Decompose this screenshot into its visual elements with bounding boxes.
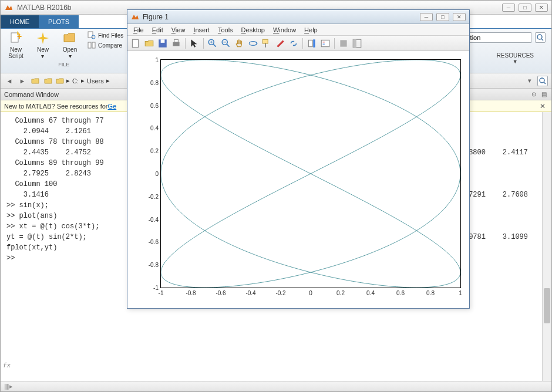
path-drive[interactable]: C: [72,77,79,85]
menu-desktop[interactable]: Desktop [238,25,268,35]
new-doc-icon [130,38,141,49]
open-folder-icon [63,31,77,45]
hint-link[interactable]: Ge [107,103,116,110]
folder-icon [44,77,52,85]
hint-text: New to MATLAB? See resources for [4,103,107,110]
menu-edit[interactable]: Edit [149,25,167,35]
menu-help[interactable]: Help [301,25,321,35]
svg-rect-10 [132,39,138,48]
vertical-scrollbar[interactable] [542,112,551,381]
find-files-button[interactable]: Find Files [87,31,123,39]
insert-legend-button[interactable] [319,38,331,49]
menu-view[interactable]: View [168,25,189,35]
arrow-cursor-icon [189,38,200,49]
x-tick-label: -0.8 [186,290,196,296]
new-icon [36,31,50,45]
path-users[interactable]: Users [87,77,104,85]
figure-minimize-button[interactable]: ─ [420,13,433,21]
svg-rect-5 [92,42,95,48]
search-icon [539,77,546,85]
y-tick-label: 0.2 [141,148,159,154]
insert-colorbar-button[interactable] [306,38,318,49]
open-figure-button[interactable] [143,38,155,49]
data-cursor-button[interactable] [261,38,272,49]
tab-home[interactable]: HOME [1,15,39,28]
x-tick-label: 0.6 [396,290,405,296]
menu-file[interactable]: File [130,25,147,35]
y-tick-label: -0.4 [141,216,159,222]
find-files-icon [87,31,96,39]
fx-indicator[interactable]: fx [3,362,11,369]
brush-button[interactable] [274,38,286,49]
save-icon [157,38,168,49]
print-button[interactable] [170,38,182,49]
scroll-thumb[interactable] [544,288,550,323]
figure-canvas[interactable]: -1-0.8-0.6-0.4-0.200.20.40.60.81-1-0.8-0… [127,51,469,308]
dock-icon [352,38,362,49]
zoom-in-button[interactable] [207,38,218,49]
hint-close-button[interactable]: ✕ [537,102,548,110]
new-button[interactable]: New▾ [31,31,55,59]
y-tick-label: 0.6 [141,102,159,109]
resources-label: RESOURCES [497,52,534,59]
colorbar-icon [307,38,317,49]
close-button[interactable]: ✕ [535,4,548,12]
new-script-button[interactable]: + New Script [4,31,28,59]
path-breadcrumb[interactable]: ▸ C: ▸ Users ▸ [56,77,110,85]
minimize-button[interactable]: ─ [502,4,515,12]
search-icon [537,34,544,41]
zoom-out-button[interactable] [220,38,232,49]
svg-rect-30 [340,40,346,46]
tab-plots[interactable]: PLOTS [39,15,79,28]
x-tick-label: 0.8 [426,290,435,296]
x-tick-label: 0 [309,290,312,296]
panel-layout-button[interactable]: ▤ [540,90,548,99]
figure-maximize-button[interactable]: □ [436,13,449,21]
x-tick-label: 0.2 [336,290,345,296]
link-button[interactable] [288,38,299,49]
statusbar-grip: |||| ▸ [4,383,13,390]
menu-window[interactable]: Window [270,25,299,35]
x-tick-label: -1 [159,290,164,296]
figure-title: Figure 1 [143,13,420,21]
axes[interactable]: -1-0.8-0.6-0.4-0.200.20.40.60.81-1-0.8-0… [160,59,461,288]
folder-icon [56,77,64,85]
new-figure-button[interactable] [130,38,142,49]
nav-up-button[interactable] [30,76,41,86]
resources-group[interactable]: RESOURCES ▼ [497,52,534,65]
nav-forward-button[interactable]: ► [17,76,28,86]
compare-button[interactable]: Compare [87,41,123,49]
pan-button[interactable] [234,38,245,49]
svg-line-20 [227,44,230,47]
hide-tools-button[interactable] [338,38,349,49]
save-figure-button[interactable] [157,38,169,49]
y-tick-label: -0.8 [141,262,159,268]
maximize-button[interactable]: □ [519,4,531,12]
nav-back-button[interactable]: ◄ [4,76,15,86]
figure-window: Figure 1 ─ □ ✕ File Edit View Insert Too… [127,9,470,309]
y-tick-label: 0.8 [141,79,159,86]
rotate-button[interactable] [247,38,259,49]
svg-rect-23 [262,39,268,43]
folder-up-icon [31,77,39,85]
find-files-label: Find Files [98,32,123,39]
svg-rect-27 [321,40,329,46]
panel-menu-button[interactable]: ⊙ [530,90,538,99]
menu-tools[interactable]: Tools [214,25,237,35]
menu-insert[interactable]: Insert [190,25,213,35]
nav-history-button[interactable] [43,76,53,86]
y-tick-label: 0 [141,171,159,177]
dock-button[interactable] [351,38,363,49]
doc-search-button[interactable] [535,32,546,43]
svg-point-6 [537,35,542,39]
path-dropdown-button[interactable]: ▾ [524,76,535,86]
figure-close-button[interactable]: ✕ [453,13,466,21]
path-search-button[interactable] [537,76,548,86]
svg-rect-4 [88,42,91,48]
x-tick-label: -0.4 [245,290,255,296]
edit-plot-button[interactable] [189,38,200,49]
figure-titlebar[interactable]: Figure 1 ─ □ ✕ [127,10,469,24]
print-icon [171,38,181,49]
open-button[interactable]: Open▾ [58,31,82,59]
y-tick-label: 0.4 [141,125,159,131]
